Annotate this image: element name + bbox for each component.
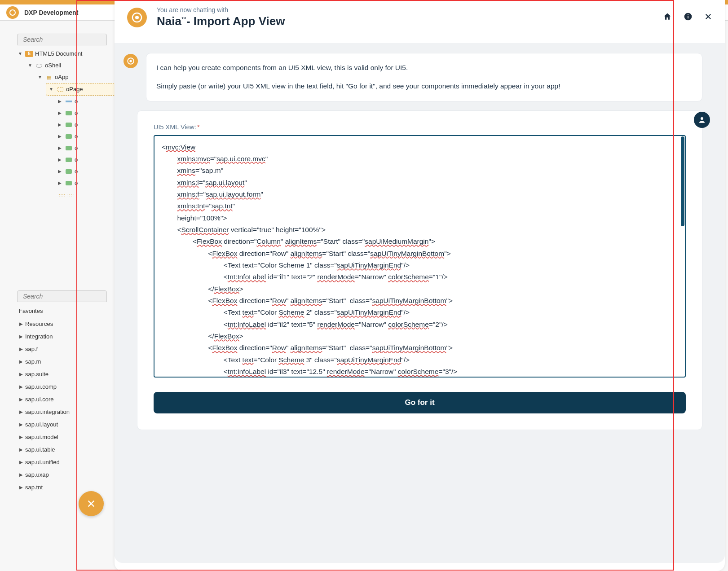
dialog-titles: You are now chatting with Naia™- Import … [157,6,663,28]
tree-child[interactable]: ▶o [17,177,116,189]
brand-logo [6,6,19,19]
tree-label: oApp [55,71,68,83]
intro-text-1: I can help you create components from an… [156,62,692,74]
caret-icon[interactable]: ▶ [17,481,25,494]
favorite-item[interactable]: ▶sap.ui.model [17,431,116,444]
favorite-item[interactable]: ▶sap.ui.comp [17,381,116,393]
favorite-item[interactable]: ▶sap.ui.unified [17,456,116,469]
drag-handle-icon[interactable]: :::: :::: [17,190,116,202]
tree-label: o [75,131,78,142]
brand-title: DXP Development [24,9,78,16]
caret-icon[interactable]: ▼ [17,48,23,60]
caret-icon[interactable]: ▶ [17,381,25,393]
favorite-item[interactable]: ▶Resources [17,318,116,330]
tree-root[interactable]: ▼5HTML5 Document [17,48,116,60]
caret-icon[interactable]: ▶ [17,343,25,356]
caret-icon[interactable]: ▶ [17,393,25,406]
outline-tree: ▼5HTML5 Document ▼oShell ▼▦oApp ▼oPage ▶… [17,48,116,202]
tree-shell[interactable]: ▼oShell [17,60,116,71]
favorite-label: sap.ui.table [25,444,55,456]
favorite-item[interactable]: ▶sap.ui.layout [17,418,116,431]
favorite-label: sap.ui.layout [25,418,58,431]
caret-icon[interactable]: ▼ [37,71,43,83]
naia-avatar [124,54,138,68]
favorite-label: sap.ui.unified [25,456,60,469]
caret-icon[interactable]: ▶ [57,131,63,142]
tree-child[interactable]: ▶o [17,107,116,119]
caret-icon[interactable]: ▼ [48,83,54,95]
favorite-item[interactable]: ▶sap.m [17,356,116,368]
tree-child[interactable]: ▶o [17,142,116,154]
caret-icon[interactable]: ▶ [17,418,25,431]
favorite-item[interactable]: ▶sap.suite [17,368,116,381]
home-button[interactable] [663,12,672,22]
caret-icon[interactable]: ▶ [57,166,63,177]
dialog-header: You are now chatting with Naia™- Import … [115,0,725,37]
caret-icon[interactable]: ▶ [57,119,63,131]
close-dialog-button[interactable] [704,13,712,22]
outline-search-input[interactable] [23,36,101,43]
xml-form-card: UI5 XML View:* <mvc:View xmlns:mvc="sap.… [137,110,702,430]
favorite-item[interactable]: ▶sap.f [17,343,116,356]
favorite-item[interactable]: ▶Integration [17,330,116,343]
caret-icon[interactable]: ▶ [17,469,25,481]
svg-point-3 [135,16,139,19]
favorites-search-wrap [17,290,107,302]
favorite-label: sap.tnt [25,481,43,494]
dialog-subtitle: You are now chatting with [157,6,663,13]
intro-message-card: I can help you create components from an… [146,53,702,101]
svg-rect-5 [688,16,688,18]
favorite-item[interactable]: ▶sap.ui.integration [17,406,116,418]
favorite-label: Integration [25,330,53,343]
row-icon [65,122,73,128]
caret-icon[interactable]: ▶ [57,154,63,166]
tree-app[interactable]: ▼▦oApp [17,71,116,83]
favorite-label: sap.ui.comp [25,381,57,393]
favorite-label: sap.ui.model [25,431,58,444]
caret-icon[interactable]: ▶ [17,330,25,343]
scrollbar-thumb[interactable] [681,136,684,226]
caret-icon[interactable]: ▶ [17,456,25,469]
favorite-label: sap.ui.integration [25,406,70,418]
favorite-item[interactable]: ▶sap.ui.core [17,393,116,406]
favorite-label: sap.m [25,356,41,368]
tree-child[interactable]: ▶o [17,119,116,131]
fab-close-button[interactable] [79,491,104,516]
page-icon [56,86,64,92]
tree-label: o [75,177,78,189]
tree-child[interactable]: ▶o [17,131,116,142]
dialog-body: I can help you create components from an… [115,43,725,563]
favorites-search-input[interactable] [23,293,101,300]
caret-icon[interactable]: ▶ [17,406,25,418]
tree-child[interactable]: ▶o [17,96,116,107]
caret-icon[interactable]: ▶ [57,96,63,107]
caret-icon[interactable]: ▶ [17,356,25,368]
favorite-item[interactable]: ▶sap.tnt [17,481,116,494]
xml-textarea[interactable]: <mvc:View xmlns:mvc="sap.ui.core.mvc" xm… [154,135,686,378]
go-for-it-button[interactable]: Go for it [154,392,686,413]
row-icon [65,110,73,116]
info-button[interactable] [684,12,693,22]
favorite-item[interactable]: ▶sap.ui.table [17,444,116,456]
tree-page-selected[interactable]: ▼oPage [46,83,116,96]
row-icon [65,180,73,186]
favorite-item[interactable]: ▶sap.uxap [17,469,116,481]
caret-icon[interactable]: ▶ [17,318,25,330]
tree-label: oPage [66,83,83,95]
caret-icon[interactable]: ▶ [17,444,25,456]
favorite-label: Resources [25,318,53,330]
caret-icon[interactable]: ▼ [27,60,33,71]
favorite-label: sap.ui.core [25,393,54,406]
caret-icon[interactable]: ▶ [57,142,63,154]
caret-icon[interactable]: ▶ [17,431,25,444]
tree-child[interactable]: ▶o [17,166,116,177]
svg-point-6 [688,14,688,15]
grid-icon: ▦ [45,74,53,80]
caret-icon[interactable]: ▶ [17,368,25,381]
tree-child[interactable]: ▶o [17,154,116,166]
tree-label: o [75,96,78,107]
user-avatar [694,112,710,128]
caret-icon[interactable]: ▶ [57,107,63,119]
caret-icon[interactable]: ▶ [57,177,63,189]
home-icon [663,12,672,21]
